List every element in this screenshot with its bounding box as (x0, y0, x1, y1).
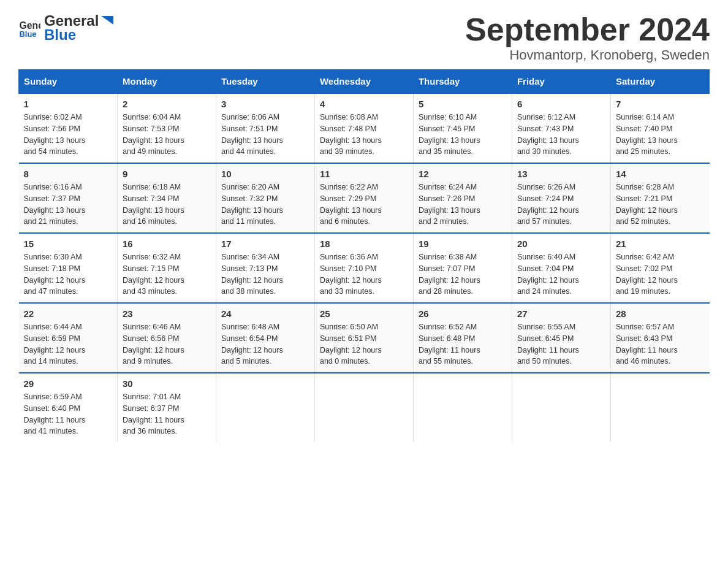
day-info: Sunrise: 6:24 AMSunset: 7:26 PMDaylight:… (419, 182, 507, 228)
logo: General Blue General Blue (18, 12, 116, 43)
calendar-day-cell: 30Sunrise: 7:01 AMSunset: 6:37 PMDayligh… (117, 373, 216, 442)
calendar-day-cell: 21Sunrise: 6:42 AMSunset: 7:02 PMDayligh… (610, 233, 709, 303)
day-number: 26 (419, 308, 507, 319)
calendar-day-cell (512, 373, 610, 442)
calendar-day-cell: 19Sunrise: 6:38 AMSunset: 7:07 PMDayligh… (413, 233, 512, 303)
day-number: 21 (616, 239, 705, 249)
calendar-day-cell: 29Sunrise: 6:59 AMSunset: 6:40 PMDayligh… (19, 373, 118, 442)
calendar-day-cell: 9Sunrise: 6:18 AMSunset: 7:34 PMDaylight… (117, 163, 216, 233)
day-info: Sunrise: 6:46 AMSunset: 6:56 PMDaylight:… (123, 321, 211, 367)
calendar-day-cell (610, 373, 709, 442)
day-info: Sunrise: 7:01 AMSunset: 6:37 PMDaylight:… (123, 391, 211, 437)
day-number: 12 (419, 169, 507, 179)
logo-blue-text: Blue (44, 27, 116, 43)
day-number: 24 (221, 308, 309, 319)
day-info: Sunrise: 6:20 AMSunset: 7:32 PMDaylight:… (221, 182, 309, 228)
day-info: Sunrise: 6:48 AMSunset: 6:54 PMDaylight:… (221, 321, 309, 367)
calendar-day-cell: 25Sunrise: 6:50 AMSunset: 6:51 PMDayligh… (314, 303, 413, 373)
day-number: 29 (24, 378, 112, 389)
logo-icon: General Blue (18, 17, 40, 39)
day-info: Sunrise: 6:02 AMSunset: 7:56 PMDaylight:… (24, 112, 112, 158)
day-number: 17 (221, 239, 309, 249)
calendar-day-cell: 13Sunrise: 6:26 AMSunset: 7:24 PMDayligh… (512, 163, 610, 233)
calendar-day-cell: 1Sunrise: 6:02 AMSunset: 7:56 PMDaylight… (19, 93, 118, 163)
day-number: 16 (123, 239, 211, 249)
day-number: 28 (616, 308, 705, 319)
day-info: Sunrise: 6:14 AMSunset: 7:40 PMDaylight:… (616, 112, 705, 158)
day-number: 27 (517, 308, 605, 319)
calendar-week-row: 1Sunrise: 6:02 AMSunset: 7:56 PMDaylight… (19, 93, 710, 163)
calendar-day-cell: 20Sunrise: 6:40 AMSunset: 7:04 PMDayligh… (512, 233, 610, 303)
calendar-week-row: 8Sunrise: 6:16 AMSunset: 7:37 PMDaylight… (19, 163, 710, 233)
calendar-day-cell: 10Sunrise: 6:20 AMSunset: 7:32 PMDayligh… (216, 163, 314, 233)
day-info: Sunrise: 6:26 AMSunset: 7:24 PMDaylight:… (517, 182, 605, 228)
day-number: 15 (24, 239, 112, 249)
calendar-week-row: 22Sunrise: 6:44 AMSunset: 6:59 PMDayligh… (19, 303, 710, 373)
day-info: Sunrise: 6:57 AMSunset: 6:43 PMDaylight:… (616, 321, 705, 367)
calendar-day-cell: 14Sunrise: 6:28 AMSunset: 7:21 PMDayligh… (610, 163, 709, 233)
day-info: Sunrise: 6:32 AMSunset: 7:15 PMDaylight:… (123, 251, 211, 297)
day-number: 1 (24, 99, 112, 109)
day-info: Sunrise: 6:55 AMSunset: 6:45 PMDaylight:… (517, 321, 605, 367)
day-number: 20 (517, 239, 605, 249)
calendar-subtitle: Hovmantorp, Kronoberg, Sweden (465, 47, 710, 63)
day-info: Sunrise: 6:12 AMSunset: 7:43 PMDaylight:… (517, 112, 605, 158)
day-info: Sunrise: 6:36 AMSunset: 7:10 PMDaylight:… (320, 251, 408, 297)
calendar-day-cell: 3Sunrise: 6:06 AMSunset: 7:51 PMDaylight… (216, 93, 314, 163)
day-number: 9 (123, 169, 211, 179)
day-info: Sunrise: 6:44 AMSunset: 6:59 PMDaylight:… (24, 321, 112, 367)
page-header: General Blue General Blue September 2024… (18, 12, 710, 63)
calendar-day-cell: 26Sunrise: 6:52 AMSunset: 6:48 PMDayligh… (413, 303, 512, 373)
calendar-day-cell (216, 373, 314, 442)
day-info: Sunrise: 6:28 AMSunset: 7:21 PMDaylight:… (616, 182, 705, 228)
day-info: Sunrise: 6:10 AMSunset: 7:45 PMDaylight:… (419, 112, 507, 158)
day-info: Sunrise: 6:06 AMSunset: 7:51 PMDaylight:… (221, 112, 309, 158)
day-info: Sunrise: 6:04 AMSunset: 7:53 PMDaylight:… (123, 112, 211, 158)
day-info: Sunrise: 6:30 AMSunset: 7:18 PMDaylight:… (24, 251, 112, 297)
calendar-day-cell: 16Sunrise: 6:32 AMSunset: 7:15 PMDayligh… (117, 233, 216, 303)
day-number: 5 (419, 99, 507, 109)
day-info: Sunrise: 6:38 AMSunset: 7:07 PMDaylight:… (419, 251, 507, 297)
day-number: 19 (419, 239, 507, 249)
svg-marker-2 (101, 16, 113, 25)
day-number: 10 (221, 169, 309, 179)
day-number: 13 (517, 169, 605, 179)
day-info: Sunrise: 6:34 AMSunset: 7:13 PMDaylight:… (221, 251, 309, 297)
weekday-header-saturday: Saturday (610, 70, 709, 94)
day-info: Sunrise: 6:40 AMSunset: 7:04 PMDaylight:… (517, 251, 605, 297)
day-info: Sunrise: 6:50 AMSunset: 6:51 PMDaylight:… (320, 321, 408, 367)
calendar-title: September 2024 (465, 12, 710, 47)
calendar-day-cell: 28Sunrise: 6:57 AMSunset: 6:43 PMDayligh… (610, 303, 709, 373)
calendar-week-row: 15Sunrise: 6:30 AMSunset: 7:18 PMDayligh… (19, 233, 710, 303)
day-number: 18 (320, 239, 408, 249)
day-info: Sunrise: 6:08 AMSunset: 7:48 PMDaylight:… (320, 112, 408, 158)
calendar-day-cell: 6Sunrise: 6:12 AMSunset: 7:43 PMDaylight… (512, 93, 610, 163)
calendar-day-cell: 17Sunrise: 6:34 AMSunset: 7:13 PMDayligh… (216, 233, 314, 303)
calendar-day-cell: 2Sunrise: 6:04 AMSunset: 7:53 PMDaylight… (117, 93, 216, 163)
weekday-header-sunday: Sunday (19, 70, 118, 94)
svg-text:Blue: Blue (19, 29, 36, 39)
day-number: 7 (616, 99, 705, 109)
day-number: 25 (320, 308, 408, 319)
title-block: September 2024 Hovmantorp, Kronoberg, Sw… (465, 12, 710, 63)
calendar-day-cell: 5Sunrise: 6:10 AMSunset: 7:45 PMDaylight… (413, 93, 512, 163)
calendar-day-cell: 18Sunrise: 6:36 AMSunset: 7:10 PMDayligh… (314, 233, 413, 303)
day-number: 11 (320, 169, 408, 179)
weekday-header-wednesday: Wednesday (314, 70, 413, 94)
calendar-day-cell: 22Sunrise: 6:44 AMSunset: 6:59 PMDayligh… (19, 303, 118, 373)
day-number: 22 (24, 308, 112, 319)
calendar-day-cell (314, 373, 413, 442)
weekday-header-row: SundayMondayTuesdayWednesdayThursdayFrid… (19, 70, 710, 94)
calendar-day-cell: 15Sunrise: 6:30 AMSunset: 7:18 PMDayligh… (19, 233, 118, 303)
calendar-day-cell (413, 373, 512, 442)
day-info: Sunrise: 6:42 AMSunset: 7:02 PMDaylight:… (616, 251, 705, 297)
day-info: Sunrise: 6:18 AMSunset: 7:34 PMDaylight:… (123, 182, 211, 228)
calendar-day-cell: 12Sunrise: 6:24 AMSunset: 7:26 PMDayligh… (413, 163, 512, 233)
day-number: 30 (123, 378, 211, 389)
calendar-day-cell: 27Sunrise: 6:55 AMSunset: 6:45 PMDayligh… (512, 303, 610, 373)
calendar-table: SundayMondayTuesdayWednesdayThursdayFrid… (18, 69, 710, 442)
calendar-day-cell: 7Sunrise: 6:14 AMSunset: 7:40 PMDaylight… (610, 93, 709, 163)
weekday-header-tuesday: Tuesday (216, 70, 314, 94)
day-info: Sunrise: 6:59 AMSunset: 6:40 PMDaylight:… (24, 391, 112, 437)
day-number: 14 (616, 169, 705, 179)
